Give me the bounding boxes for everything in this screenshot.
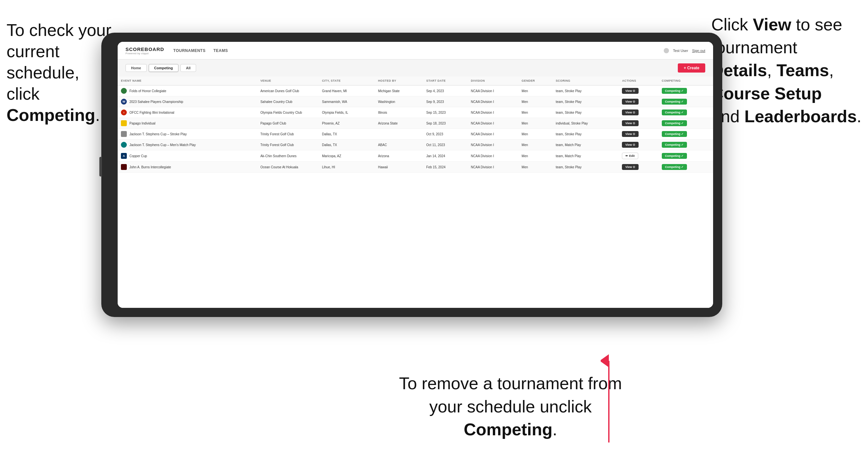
col-hosted-by: HOSTED BY	[375, 76, 423, 85]
table-row: W 2023 Sahalee Players Championship Saha…	[118, 96, 713, 107]
annotation-leaderboards-bold: Leaderboards	[744, 107, 857, 126]
cell-action[interactable]: View ⊙	[619, 162, 658, 173]
view-button[interactable]: View ⊙	[622, 142, 639, 148]
competing-badge[interactable]: Competing ✓	[662, 120, 687, 126]
cell-competing[interactable]: Competing ✓	[658, 150, 713, 162]
cell-action[interactable]: View ⊙	[619, 139, 658, 150]
nav-links: TOURNAMENTS TEAMS	[173, 47, 664, 54]
cell-action[interactable]: View ⊙	[619, 96, 658, 107]
table-row: Jackson T. Stephens Cup – Men's Match Pl…	[118, 139, 713, 150]
cell-event-name: W 2023 Sahalee Players Championship	[118, 96, 257, 107]
cell-action[interactable]: View ⊙	[619, 85, 658, 96]
competing-badge[interactable]: Competing ✓	[662, 164, 687, 170]
event-name-text: Folds of Honor Collegiate	[129, 89, 166, 93]
view-button[interactable]: View ⊙	[622, 131, 639, 137]
cell-venue: Ak-Chin Southern Dunes	[257, 150, 319, 162]
cell-scoring: team, Stroke Play	[552, 107, 619, 118]
cell-competing[interactable]: Competing ✓	[658, 107, 713, 118]
cell-gender: Men	[518, 107, 552, 118]
cell-city-state: Grand Haven, MI	[319, 85, 374, 96]
table-row: Folds of Honor Collegiate American Dunes…	[118, 85, 713, 96]
cell-city-state: Sammamish, WA	[319, 96, 374, 107]
event-name-text: John A. Burns Intercollegiate	[129, 165, 171, 169]
nav-signout[interactable]: Sign out	[692, 49, 705, 53]
cell-competing[interactable]: Competing ✓	[658, 129, 713, 139]
cell-gender: Men	[518, 162, 552, 173]
cell-hosted-by: ABAC	[375, 139, 423, 150]
competing-badge[interactable]: Competing ✓	[662, 110, 687, 115]
event-name-text: Jackson T. Stephens Cup – Men's Match Pl…	[129, 143, 196, 147]
cell-hosted-by	[375, 129, 423, 139]
view-button[interactable]: View ⊙	[622, 88, 639, 94]
comma1: ,	[767, 61, 776, 80]
bottom-period: .	[553, 420, 557, 439]
event-name-text: 2023 Sahalee Players Championship	[129, 100, 183, 103]
powered-by-text: Powered by clippd	[125, 52, 164, 55]
cell-division: NCAA Division I	[468, 107, 518, 118]
table-row: John A. Burns Intercollegiate Ocean Cour…	[118, 162, 713, 173]
cell-city-state: Lihue, HI	[319, 162, 374, 173]
cell-competing[interactable]: Competing ✓	[658, 85, 713, 96]
create-button[interactable]: + Create	[678, 63, 705, 72]
cell-event-name: Jackson T. Stephens Cup – Stroke Play	[118, 129, 257, 139]
annotation-coursesetup-bold: Course Setup	[711, 84, 822, 103]
cell-hosted-by: Arizona	[375, 150, 423, 162]
cell-gender: Men	[518, 118, 552, 129]
col-city-state: CITY, STATE	[319, 76, 374, 85]
cell-hosted-by: Arizona State	[375, 118, 423, 129]
competing-badge[interactable]: Competing ✓	[662, 153, 687, 159]
event-name-text: Papago Individual	[129, 122, 156, 125]
annotation-bottom-bold: Competing	[464, 420, 553, 439]
cell-venue: American Dunes Golf Club	[257, 85, 319, 96]
annotation-tournament: tournament	[711, 38, 797, 57]
nav-link-tournaments[interactable]: TOURNAMENTS	[173, 47, 206, 54]
cell-start-date: Sep 9, 2023	[423, 96, 468, 107]
competing-badge[interactable]: Competing ✓	[662, 99, 687, 104]
cell-competing[interactable]: Competing ✓	[658, 162, 713, 173]
view-button[interactable]: View ⊙	[622, 164, 639, 170]
event-name-text: OFCC Fighting Illini Invitational	[129, 111, 174, 114]
arrow-bottom-competing	[601, 354, 617, 446]
cell-action[interactable]: View ⊙	[619, 129, 658, 139]
edit-button[interactable]: ✏ Edit	[622, 153, 638, 159]
competing-badge[interactable]: Competing ✓	[662, 131, 687, 137]
cell-division: NCAA Division I	[468, 150, 518, 162]
cell-division: NCAA Division I	[468, 96, 518, 107]
cell-city-state: Phoenix, AZ	[319, 118, 374, 129]
cell-competing[interactable]: Competing ✓	[658, 139, 713, 150]
cell-competing[interactable]: Competing ✓	[658, 96, 713, 107]
col-division: DIVISION	[468, 76, 518, 85]
cell-competing[interactable]: Competing ✓	[658, 118, 713, 129]
nav-link-teams[interactable]: TEAMS	[213, 47, 228, 54]
view-button[interactable]: View ⊙	[622, 99, 639, 104]
tab-competing[interactable]: Competing	[149, 64, 179, 72]
col-actions: ACTIONS	[619, 76, 658, 85]
cell-event-name: A Copper Cup	[118, 150, 257, 162]
col-competing: COMPETING	[658, 76, 713, 85]
col-venue: VENUE	[257, 76, 319, 85]
view-button[interactable]: View ⊙	[622, 110, 639, 115]
cell-division: NCAA Division I	[468, 162, 518, 173]
competing-badge[interactable]: Competing ✓	[662, 88, 687, 94]
tab-all[interactable]: All	[180, 64, 196, 72]
filter-tabs: Home Competing All	[125, 64, 196, 72]
annotation-bottom: To remove a tournament from your schedul…	[383, 372, 638, 441]
view-button[interactable]: View ⊙	[622, 120, 639, 126]
cell-venue: Sahalee Country Club	[257, 96, 319, 107]
nav-bar: SCOREBOARD Powered by clippd TOURNAMENTS…	[118, 42, 713, 60]
cell-event-name: Folds of Honor Collegiate	[118, 85, 257, 96]
cell-action[interactable]: View ⊙	[619, 118, 658, 129]
cell-start-date: Sep 15, 2023	[423, 107, 468, 118]
cell-start-date: Feb 15, 2024	[423, 162, 468, 173]
cell-division: NCAA Division I	[468, 118, 518, 129]
competing-badge[interactable]: Competing ✓	[662, 142, 687, 148]
cell-hosted-by: Washington	[375, 96, 423, 107]
cell-action[interactable]: ✏ Edit	[619, 150, 658, 162]
cell-action[interactable]: View ⊙	[619, 107, 658, 118]
cell-hosted-by: Michigan State	[375, 85, 423, 96]
cell-start-date: Oct 9, 2023	[423, 129, 468, 139]
cell-event-name: I OFCC Fighting Illini Invitational	[118, 107, 257, 118]
cell-venue: Olympia Fields Country Club	[257, 107, 319, 118]
table-row: I OFCC Fighting Illini Invitational Olym…	[118, 107, 713, 118]
tab-home[interactable]: Home	[125, 64, 147, 72]
